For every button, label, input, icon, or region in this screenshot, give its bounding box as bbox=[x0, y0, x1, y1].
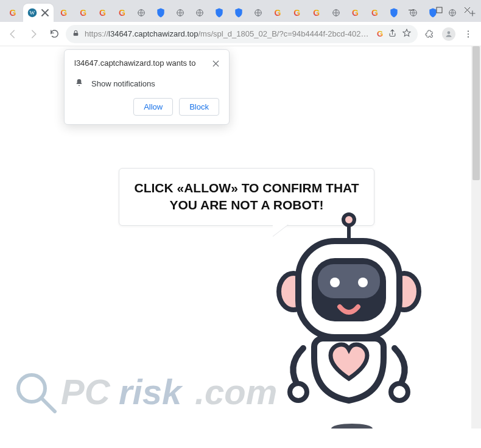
svg-point-26 bbox=[331, 424, 373, 429]
permission-allow-button[interactable]: Allow bbox=[133, 98, 173, 116]
permission-line: Show notifications bbox=[91, 79, 155, 88]
browser-toolbar: https:// l34647.captchawizard.top /ms/sp… bbox=[0, 22, 481, 46]
nav-back-button[interactable] bbox=[4, 25, 22, 43]
svg-rect-21 bbox=[318, 264, 380, 298]
shield-icon bbox=[156, 8, 166, 18]
shield-icon bbox=[214, 8, 224, 18]
nav-forward-button[interactable] bbox=[24, 25, 43, 43]
google-logo-icon: G bbox=[370, 8, 380, 18]
notification-permission-prompt: l34647.captchawizard.top wants to Show n… bbox=[64, 49, 230, 125]
svg-text:PC: PC bbox=[61, 372, 111, 411]
share-icon[interactable] bbox=[388, 29, 397, 40]
url-host: l34647.captchawizard.top bbox=[108, 29, 198, 38]
tab-bg-1[interactable]: G bbox=[55, 4, 73, 22]
svg-line-28 bbox=[41, 398, 55, 411]
svg-text:.com: .com bbox=[195, 372, 277, 411]
google-logo-icon: G bbox=[351, 8, 360, 18]
tab-bg-2[interactable]: G bbox=[74, 4, 93, 22]
tab-bg-9[interactable] bbox=[210, 4, 228, 22]
globe-icon bbox=[331, 8, 341, 18]
url-scheme: https:// bbox=[85, 29, 108, 38]
tab-bg-11[interactable] bbox=[249, 4, 267, 22]
extensions-button[interactable] bbox=[420, 25, 438, 43]
google-logo-icon: G bbox=[273, 8, 283, 18]
svg-point-23 bbox=[358, 278, 368, 287]
nav-reload-button[interactable] bbox=[45, 25, 63, 43]
google-logo-icon: G bbox=[292, 8, 302, 18]
lock-icon bbox=[72, 29, 80, 39]
svg-point-16 bbox=[343, 214, 354, 225]
vertical-scrollbar[interactable] bbox=[471, 46, 481, 429]
tab-bg-7[interactable] bbox=[171, 4, 189, 22]
globe-icon bbox=[136, 8, 146, 18]
pcrisk-watermark: PC risk .com bbox=[12, 364, 298, 421]
google-logo-icon: G bbox=[118, 8, 127, 18]
svg-rect-9 bbox=[437, 7, 442, 13]
captcha-instruction-text: CLICK «ALLOW» TO CONFIRM THAT YOU ARE NO… bbox=[133, 180, 360, 214]
google-logo-icon: G bbox=[8, 8, 18, 18]
svg-point-14 bbox=[468, 36, 469, 37]
google-logo-icon: G bbox=[59, 8, 69, 18]
tab-bg-16[interactable]: G bbox=[346, 4, 365, 22]
globe-icon bbox=[253, 8, 263, 18]
window-close-button[interactable] bbox=[453, 0, 481, 19]
scrollbar-thumb[interactable] bbox=[472, 46, 480, 180]
window-controls bbox=[384, 0, 481, 19]
svg-point-13 bbox=[468, 33, 469, 34]
tab-bg-4[interactable]: G bbox=[113, 4, 132, 22]
google-logo-icon: G bbox=[312, 8, 321, 18]
svg-point-12 bbox=[468, 30, 469, 32]
omnibox[interactable]: https:// l34647.captchawizard.top /ms/sp… bbox=[66, 25, 418, 43]
permission-title: l34647.captchawizard.top wants to bbox=[74, 58, 195, 68]
permission-block-button[interactable]: Block bbox=[179, 98, 219, 116]
svg-point-11 bbox=[448, 31, 451, 34]
bell-icon bbox=[74, 78, 84, 89]
svg-point-22 bbox=[330, 278, 340, 287]
tab-background-0[interactable]: G bbox=[4, 4, 22, 22]
tab-bg-5[interactable] bbox=[132, 4, 150, 22]
tab-bg-8[interactable] bbox=[191, 4, 209, 22]
page-viewport: l34647.captchawizard.top wants to Show n… bbox=[0, 46, 481, 429]
permission-close-icon[interactable] bbox=[212, 58, 219, 69]
window-minimize-button[interactable] bbox=[397, 0, 425, 19]
google-logo-icon: G bbox=[79, 8, 88, 18]
globe-icon bbox=[195, 8, 205, 18]
window-maximize-button[interactable] bbox=[425, 0, 453, 19]
menu-button[interactable] bbox=[459, 25, 477, 43]
svg-text:risk: risk bbox=[119, 372, 183, 411]
svg-text:W: W bbox=[30, 10, 35, 16]
google-logo-icon: G bbox=[98, 8, 108, 18]
tab-bg-13[interactable]: G bbox=[288, 4, 306, 22]
shield-icon bbox=[234, 8, 244, 18]
wordpress-icon: W bbox=[27, 8, 37, 18]
tab-bg-10[interactable] bbox=[230, 4, 248, 22]
tab-bg-17[interactable]: G bbox=[366, 4, 384, 22]
url-path: /ms/spl_d_1805_02_B/?c=94b4444f-2bcd-402… bbox=[198, 29, 371, 38]
svg-point-25 bbox=[391, 383, 408, 401]
tab-bg-15[interactable] bbox=[327, 4, 345, 22]
tab-bg-3[interactable]: G bbox=[94, 4, 112, 22]
tab-active[interactable]: W bbox=[23, 4, 54, 22]
tab-close-icon[interactable] bbox=[41, 9, 49, 17]
globe-icon bbox=[175, 8, 185, 18]
tab-bg-6[interactable] bbox=[152, 4, 170, 22]
tab-bg-14[interactable]: G bbox=[307, 4, 326, 22]
profile-avatar-button[interactable] bbox=[440, 25, 458, 43]
svg-rect-10 bbox=[74, 32, 79, 35]
tab-bg-12[interactable]: G bbox=[269, 4, 287, 22]
google-logo-icon: G bbox=[377, 29, 383, 38]
bookmark-star-icon[interactable] bbox=[402, 28, 412, 40]
